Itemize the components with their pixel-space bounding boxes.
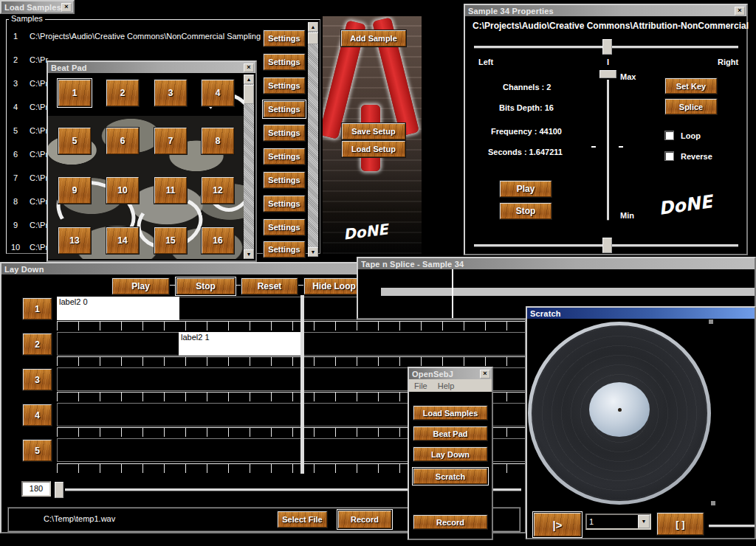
close-icon[interactable]: ×	[735, 7, 745, 15]
settings-button[interactable]: Settings	[264, 77, 305, 94]
add-sample-button[interactable]: Add Sample	[341, 30, 406, 46]
volume-slider-thumb[interactable]	[599, 70, 616, 78]
desktop: { "theme": { "desktop_bg": "#000000", "w…	[0, 0, 756, 546]
beat-pad-11[interactable]: 11	[154, 177, 187, 204]
reverse-checkbox[interactable]	[664, 151, 674, 161]
slider-tick	[591, 146, 596, 148]
vinyl-record[interactable]	[528, 322, 711, 505]
volume-slider-track[interactable]	[607, 80, 609, 220]
stop-button[interactable]: Stop	[500, 203, 551, 219]
laydown-reset-button[interactable]: Reset	[241, 278, 298, 294]
tempo-slider-thumb[interactable]	[55, 482, 63, 498]
frequency-label: Frequency : 44100	[491, 127, 562, 136]
beat-pad-9[interactable]: 9	[58, 177, 91, 204]
scratch-play-button[interactable]: |>	[534, 513, 581, 536]
settings-button[interactable]: Settings	[264, 196, 305, 212]
scratch-slider-track[interactable]	[709, 525, 755, 527]
hide-loop-button[interactable]: Hide Loop	[304, 278, 364, 294]
laydown-record-button[interactable]: Record	[338, 511, 391, 528]
opensebj-record-button[interactable]: Record	[413, 515, 487, 529]
scrollbar-thumb[interactable]	[244, 85, 254, 104]
scroll-down-icon[interactable]: ▼	[308, 247, 318, 257]
beat-pad-6[interactable]: 6	[106, 128, 139, 154]
audio-clip[interactable]: label2 0	[57, 297, 179, 320]
close-icon[interactable]: ×	[61, 3, 72, 12]
scroll-down-icon[interactable]: ▼	[244, 249, 254, 259]
load-samples-titlebar: Load Samples ×	[1, 1, 73, 13]
menu-file[interactable]: File	[409, 381, 433, 390]
load-setup-button[interactable]: Load Setup	[342, 141, 405, 157]
beat-pad-15[interactable]: 15	[154, 227, 187, 254]
track-button-5[interactable]: 5	[23, 440, 52, 461]
done-tag: DoNE	[343, 220, 389, 243]
close-icon[interactable]: ×	[244, 63, 254, 72]
scratch-stop-button[interactable]: [ ]	[657, 513, 704, 535]
laydown-stop-button[interactable]: Stop	[176, 278, 235, 294]
sample-row-num: 4	[13, 103, 18, 111]
set-key-button[interactable]: Set Key	[665, 78, 717, 94]
audio-clip[interactable]: label2 1	[179, 332, 302, 356]
chevron-down-icon[interactable]: ▼	[638, 515, 650, 528]
settings-button[interactable]: Settings	[264, 30, 305, 46]
settings-button[interactable]: Settings	[264, 125, 305, 141]
open-load-samples-button[interactable]: Load Samples	[413, 406, 487, 420]
settings-button[interactable]: Settings	[264, 148, 305, 165]
track-button-2[interactable]: 2	[23, 334, 52, 355]
sample-row-num: 8	[13, 197, 18, 206]
settings-button[interactable]: Settings	[264, 219, 305, 235]
loop-checkbox[interactable]	[664, 131, 674, 140]
scratch-content: |> 1 ▼ [ ]	[527, 319, 755, 538]
beat-pad-3[interactable]: 3	[154, 80, 187, 106]
beat-pad-16[interactable]: 16	[202, 227, 234, 254]
open-lay-down-button[interactable]: Lay Down	[413, 447, 487, 461]
scroll-up-icon[interactable]: ▲	[244, 75, 254, 84]
beat-pad-4[interactable]: 4	[202, 80, 234, 106]
volume-max-label: Max	[620, 72, 636, 81]
combo-value: 1	[587, 517, 638, 526]
beat-pad-7[interactable]: 7	[154, 128, 187, 154]
reverse-label: Reverse	[681, 152, 712, 161]
sample-row-num: 1	[13, 32, 18, 41]
sample-properties-title: Sample 34 Properties	[468, 7, 735, 15]
sample-row-num: 6	[13, 150, 18, 159]
beat-pad-13[interactable]: 13	[58, 227, 91, 254]
save-setup-button[interactable]: Save Setup	[342, 123, 405, 139]
sample-row-num: 3	[13, 79, 18, 88]
laydown-play-button[interactable]: Play	[112, 278, 169, 294]
scroll-up-icon[interactable]: ▲	[308, 22, 318, 32]
open-scratch-button[interactable]: Scratch	[413, 469, 487, 484]
tempo-input[interactable]: 180	[21, 481, 51, 497]
waveform-bar[interactable]	[381, 288, 755, 296]
pan-slider-thumb[interactable]	[602, 39, 612, 55]
settings-button[interactable]: Settings	[264, 172, 305, 188]
slider-tick	[619, 146, 623, 148]
select-file-button[interactable]: Select File	[278, 511, 327, 528]
seek-slider-thumb[interactable]	[602, 238, 612, 253]
beat-pad-1[interactable]: 1	[58, 80, 91, 106]
play-button[interactable]: Play	[500, 181, 551, 197]
track-button-1[interactable]: 1	[23, 298, 52, 319]
settings-button[interactable]: Settings	[264, 241, 305, 258]
splice-button[interactable]: Splice	[665, 99, 717, 114]
menu-help[interactable]: Help	[433, 381, 460, 390]
playback-position-line	[300, 295, 304, 474]
beat-pad-5[interactable]: 5	[58, 128, 91, 154]
samples-scrollbar[interactable]	[308, 22, 318, 257]
settings-button-focused[interactable]: Settings	[264, 101, 305, 117]
close-icon[interactable]: ×	[480, 370, 490, 379]
settings-button[interactable]: Settings	[264, 54, 305, 70]
track-button-3[interactable]: 3	[23, 369, 52, 390]
sample-row-path: C:\Pr	[30, 103, 48, 111]
sample-row-path: C:\Pr	[30, 243, 48, 252]
sample-row-path: C:\Pr	[30, 221, 48, 229]
open-beat-pad-button[interactable]: Beat Pad	[413, 426, 487, 440]
ruler-ticks	[57, 321, 525, 331]
beat-pad-10[interactable]: 10	[106, 177, 139, 204]
beat-pad-12[interactable]: 12	[202, 177, 234, 204]
sample-select-combo[interactable]: 1 ▼	[585, 514, 651, 530]
beat-pad-14[interactable]: 14	[106, 227, 139, 254]
scrollbar-thumb[interactable]	[308, 32, 318, 44]
track-button-4[interactable]: 4	[23, 404, 52, 426]
beat-pad-8[interactable]: 8	[202, 128, 234, 154]
beat-pad-2[interactable]: 2	[106, 80, 139, 106]
